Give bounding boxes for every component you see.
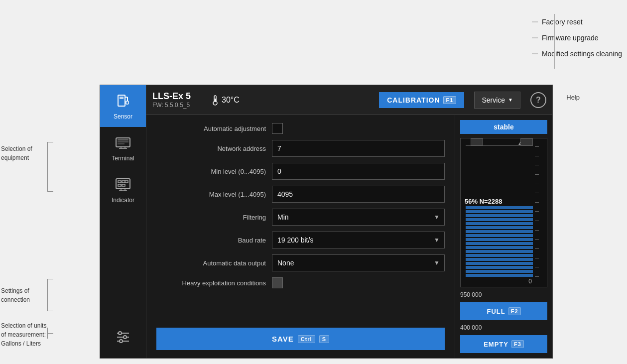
filtering-label: Filtering (156, 214, 266, 221)
sensor-notches (471, 138, 533, 145)
device-info: LLS-Ex 5 FW: 5.5.0.5_5 (152, 91, 191, 109)
sensor-icon (114, 92, 132, 110)
auto-data-output-row: Automatic data output None Every 1s Ever… (156, 254, 445, 271)
dropdown-menu: Factory reset Firmware upgrade Modified … (532, 14, 622, 62)
svg-rect-17 (118, 184, 121, 186)
menu-bracket-line (554, 14, 555, 69)
help-button[interactable]: ? (530, 92, 546, 108)
empty-key-badge: F3 (511, 340, 524, 348)
heavy-exploitation-row: Heavy exploitation conditions (156, 277, 445, 288)
svg-rect-4 (126, 101, 128, 104)
baud-rate-select[interactable]: 9 600 bit/s 19 200 bit/s 38 400 bit/s (272, 232, 445, 248)
annotation-settings-connection: Settings ofconnection (1, 286, 30, 304)
svg-point-26 (124, 336, 126, 339)
factory-reset-item[interactable]: Factory reset (532, 14, 622, 30)
svg-rect-1 (120, 97, 124, 99)
full-button[interactable]: FULL F2 (460, 302, 547, 320)
max-level-row: Max level (1...4095) (156, 186, 445, 203)
temperature-display: 30°C (211, 95, 240, 106)
firmware-upgrade-item[interactable]: Firmware upgrade (532, 30, 622, 46)
header: LLS-Ex 5 FW: 5.5.0.5_5 30°C CALIBRATION … (146, 85, 552, 115)
svg-rect-13 (116, 179, 130, 189)
empty-button[interactable]: EMPTY F3 (460, 335, 547, 353)
bracket-settings (47, 279, 53, 311)
gauge-fill-area (466, 194, 533, 277)
auto-data-output-label: Automatic data output (156, 259, 266, 267)
temp-value: 30°C (222, 96, 240, 105)
sidebar-item-sensor[interactable]: Sensor (100, 85, 146, 127)
network-address-row: Network address (156, 140, 445, 157)
app-container: Sensor Terminal (100, 85, 553, 359)
service-button[interactable]: Service ▼ (474, 92, 520, 109)
sidebar: Sensor Terminal (100, 85, 146, 358)
tick-marks (535, 146, 545, 277)
svg-rect-9 (118, 143, 125, 144)
bracket-equipment (47, 142, 53, 192)
min-level-input[interactable] (272, 163, 445, 180)
service-chevron-icon: ▼ (508, 97, 513, 103)
svg-point-25 (119, 332, 122, 335)
gauge-bottom-label: 0 (528, 278, 532, 285)
main-content: LLS-Ex 5 FW: 5.5.0.5_5 30°C CALIBRATION … (146, 85, 552, 358)
save-s-badge: S (319, 335, 329, 343)
sidebar-terminal-label: Terminal (112, 155, 134, 162)
auto-adjustment-checkbox[interactable] (272, 123, 283, 134)
sidebar-sensor-label: Sensor (114, 113, 132, 120)
save-button[interactable]: SAVE Ctrl S (156, 328, 445, 350)
svg-rect-16 (125, 181, 128, 183)
sidebar-item-indicator[interactable]: Indicator (100, 169, 146, 211)
status-badge: stable (460, 120, 547, 134)
baud-rate-row: Baud rate 9 600 bit/s 19 200 bit/s 38 40… (156, 232, 445, 248)
auto-data-output-select[interactable]: None Every 1s Every 5s (272, 254, 445, 271)
terminal-icon (114, 134, 132, 152)
filtering-select[interactable]: Min Max Average (272, 209, 445, 226)
gauge-percentage-label: 56% N=2288 (465, 198, 502, 205)
body-area: Automatic adjustment Network address Min… (146, 115, 552, 358)
min-level-label: Min level (0...4095) (156, 168, 266, 175)
auto-adjustment-row: Automatic adjustment (156, 123, 445, 134)
max-level-input[interactable] (272, 186, 445, 203)
calibration-key-badge: F1 (443, 96, 457, 104)
bracket-units-h (47, 333, 53, 334)
thermometer-icon (211, 95, 220, 106)
svg-rect-7 (118, 139, 128, 140)
empty-value-label: 400 000 (460, 324, 547, 331)
modified-settings-item[interactable]: Modified settings cleaning (532, 46, 622, 62)
indicator-icon (114, 176, 132, 194)
device-name: LLS-Ex 5 (152, 91, 191, 102)
heavy-exploitation-checkbox[interactable] (272, 277, 283, 288)
annotation-selection-equipment: Selection ofequipment (1, 144, 32, 162)
heavy-exploitation-label: Heavy exploitation conditions (156, 279, 266, 287)
sidebar-item-settings[interactable] (100, 321, 146, 353)
svg-rect-18 (122, 184, 125, 186)
network-address-label: Network address (156, 145, 266, 152)
help-annotation: Help (566, 94, 580, 101)
annotation-selection-units: Selection of unitsof measurement:Gallons… (1, 321, 46, 348)
auto-adjustment-label: Automatic adjustment (156, 125, 266, 132)
svg-rect-8 (118, 141, 128, 142)
filtering-row: Filtering Min Max Average ▼ (156, 209, 445, 226)
settings-panel: Automatic adjustment Network address Min… (146, 115, 455, 358)
svg-point-27 (120, 340, 123, 343)
right-panel: stable 4095 (455, 115, 552, 358)
sidebar-item-terminal[interactable]: Terminal (100, 127, 146, 169)
save-ctrl-badge: Ctrl (298, 335, 315, 343)
full-key-badge: F2 (508, 307, 521, 315)
svg-rect-14 (118, 181, 121, 183)
filtering-select-wrapper: Min Max Average ▼ (272, 209, 445, 226)
min-level-row: Min level (0...4095) (156, 163, 445, 180)
baud-rate-select-wrapper: 9 600 bit/s 19 200 bit/s 38 400 bit/s ▼ (272, 232, 445, 248)
auto-data-output-select-wrapper: None Every 1s Every 5s ▼ (272, 254, 445, 271)
gauge-container: 4095 56% N=2288 (460, 138, 547, 287)
settings-icon (114, 328, 132, 346)
sidebar-indicator-label: Indicator (112, 197, 134, 204)
baud-rate-label: Baud rate (156, 237, 266, 244)
device-fw: FW: 5.5.0.5_5 (152, 102, 191, 109)
gauge-top-line (466, 145, 533, 146)
max-level-label: Max level (1...4095) (156, 191, 266, 198)
full-value-label: 950 000 (460, 291, 547, 298)
network-address-input[interactable] (272, 140, 445, 157)
calibration-button[interactable]: CALIBRATION F1 (379, 92, 464, 108)
svg-rect-15 (122, 181, 125, 183)
